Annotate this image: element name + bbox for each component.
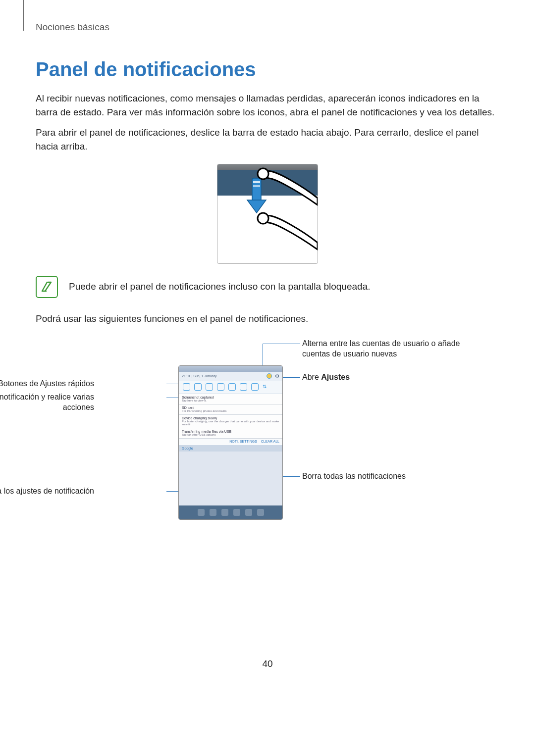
paragraph-2: Para abrir el panel de notificaciones, d… bbox=[36, 126, 499, 153]
paragraph-3: Podrá usar las siguientes funciones en e… bbox=[36, 312, 499, 326]
clear-all-link[interactable]: CLEAR ALL bbox=[261, 440, 279, 443]
svg-rect-2 bbox=[253, 181, 260, 183]
callout-notif-settings: Accede a los ajustes de notificación bbox=[0, 486, 94, 497]
note-icon bbox=[36, 276, 58, 298]
swipe-down-figure bbox=[36, 164, 499, 264]
paragraph-1: Al recibir nuevas notificaciones, como m… bbox=[36, 92, 499, 119]
callout-quick-settings: Botones de Ajustes rápidos bbox=[0, 379, 94, 389]
callout-switch-user: Alterna entre las cuentas de usuario o a… bbox=[302, 339, 461, 359]
section-name: Nociones básicas bbox=[36, 22, 499, 33]
phone-mock: 21:01 | Sun, 1 January ⚙ ⇅ Screenshot ca… bbox=[178, 365, 283, 520]
page-title: Panel de notificaciones bbox=[36, 58, 499, 81]
gear-icon[interactable]: ⚙ bbox=[275, 373, 279, 379]
svg-point-4 bbox=[258, 168, 268, 179]
quick-settings-row[interactable]: ⇅ bbox=[179, 381, 282, 394]
search-bar[interactable]: Google bbox=[179, 445, 282, 452]
callout-tap-notification: Pulse una notificación y realice varias … bbox=[0, 392, 94, 413]
page-number: 40 bbox=[36, 658, 499, 669]
notification-item[interactable]: SD card For transferring photos and medi… bbox=[179, 404, 282, 415]
note-text: Puede abrir el panel de notificaciones i… bbox=[69, 280, 370, 294]
dock bbox=[179, 505, 282, 519]
callout-clear-all: Borra todas las notificaciones bbox=[302, 471, 461, 482]
notification-item[interactable]: Screenshot captured Tap here to view it. bbox=[179, 394, 282, 404]
callout-open-settings: Abre Ajustes bbox=[302, 372, 461, 383]
noti-settings-link[interactable]: NOTI. SETTINGS bbox=[229, 440, 257, 443]
svg-rect-3 bbox=[253, 185, 260, 187]
phone-time-date: 21:01 | Sun, 1 January bbox=[182, 374, 216, 378]
svg-marker-1 bbox=[247, 200, 266, 213]
svg-point-5 bbox=[258, 213, 268, 224]
notification-panel-diagram: Alterna entre las cuentas de usuario o a… bbox=[36, 337, 499, 530]
notification-item[interactable]: Transferring media files via USB Tap for… bbox=[179, 428, 282, 439]
user-switch-icon[interactable] bbox=[267, 373, 272, 379]
notification-item[interactable]: Device charging slowly For faster chargi… bbox=[179, 415, 282, 428]
